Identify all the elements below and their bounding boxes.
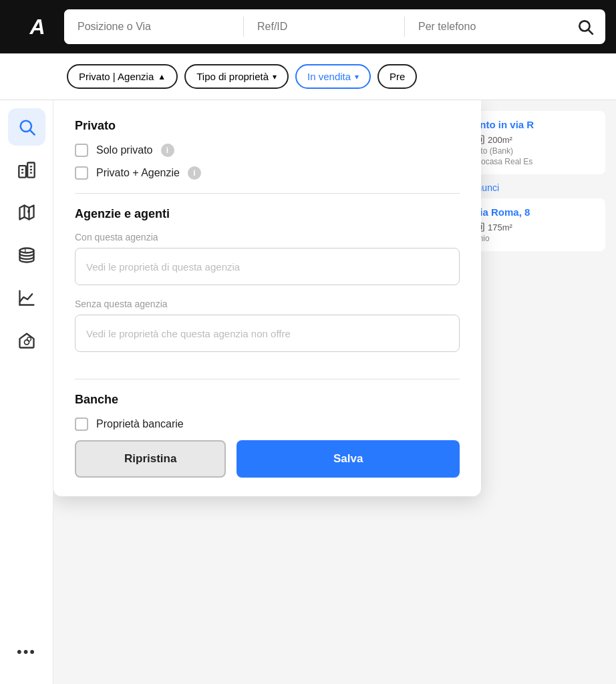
save-button[interactable]: Salva [237, 440, 460, 478]
privato-agenzie-checkbox[interactable] [75, 166, 88, 180]
analytics-icon [17, 289, 36, 307]
top-bar: A [0, 0, 616, 53]
tipo-proprieta-label: Tipo di proprietà [196, 71, 269, 82]
search-bar [64, 9, 605, 44]
con-agenzia-input[interactable] [75, 248, 460, 285]
in-vendita-button[interactable]: In vendita ▾ [295, 64, 371, 89]
search-icon [577, 18, 594, 35]
solo-privato-checkbox[interactable] [75, 144, 88, 157]
pre-label: Pre [390, 71, 405, 82]
content-area: Privato Solo privato i Privato + Agenzie… [53, 100, 616, 684]
sidebar-item-map[interactable] [8, 194, 45, 231]
search-button[interactable] [565, 18, 605, 35]
sidebar-item-pricing[interactable]: $ [8, 236, 45, 274]
listing-1-agency: mocasa Real Es [474, 157, 597, 166]
search-icon [17, 118, 36, 136]
filter-dropdown-panel: Privato Solo privato i Privato + Agenzie… [53, 100, 481, 496]
filter-bar: Privato | Agenzia ▲ Tipo di proprietà ▾ … [0, 53, 616, 100]
map-fire-icon [17, 203, 36, 222]
solo-privato-info-icon[interactable]: i [161, 144, 174, 157]
logo-area: A [11, 15, 64, 39]
sidebar-item-alerts[interactable] [8, 322, 45, 359]
listing-2-size: 175m² [474, 222, 597, 232]
privato-agenzia-label: Privato | Agenzia [79, 71, 154, 82]
chevron-up-icon: ▲ [158, 72, 166, 81]
senza-agenzia-label: Senza questa agenzia [75, 299, 460, 309]
sidebar-item-search[interactable] [8, 108, 45, 146]
divider-1 [75, 193, 460, 194]
listing-1-bank: bito (Bank) [474, 146, 597, 156]
listing-1-title: ento in via R [474, 119, 597, 130]
solo-privato-row: Solo privato i [75, 144, 460, 157]
solo-privato-label: Solo privato [96, 144, 153, 156]
privato-agenzie-info-icon[interactable]: i [188, 166, 201, 180]
sidebar-item-buildings[interactable] [8, 151, 45, 188]
action-row: Ripristina Salva [75, 440, 460, 478]
privato-agenzie-label: Privato + Agenzie [96, 167, 180, 179]
chevron-down-icon-2: ▾ [355, 72, 359, 81]
in-vendita-label: In vendita [307, 71, 351, 82]
sidebar-more-button[interactable]: ••• [8, 639, 45, 676]
divider-2 [75, 379, 460, 379]
more-dots-icon: ••• [17, 643, 36, 661]
svg-text:$: $ [24, 249, 26, 252]
listing-2-note: onio [474, 234, 597, 243]
con-agenzia-label: Con questa agenzia [75, 232, 460, 242]
svg-rect-4 [19, 166, 25, 177]
svg-line-3 [30, 130, 34, 134]
banche-section-title: Banche [75, 393, 460, 407]
agenzie-section-title: Agenzie e agenti [75, 207, 460, 221]
buildings-icon [17, 160, 36, 179]
senza-agenzia-input[interactable] [75, 315, 460, 352]
listings-count: annunci [466, 182, 605, 193]
sidebar: $ ••• [0, 100, 53, 684]
tipo-proprieta-button[interactable]: Tipo di proprietà ▾ [184, 64, 289, 89]
position-search-input[interactable] [64, 9, 243, 44]
proprieta-bancarie-checkbox[interactable] [75, 417, 88, 431]
proprieta-bancarie-row: Proprietà bancarie [75, 417, 460, 431]
svg-line-1 [589, 30, 593, 34]
alerts-icon [17, 331, 36, 350]
svg-point-11 [19, 248, 33, 253]
ref-search-input[interactable] [244, 9, 404, 44]
listing-1-size: 200m² [474, 134, 597, 145]
sidebar-item-analytics[interactable] [8, 279, 45, 317]
reset-button[interactable]: Ripristina [75, 440, 226, 478]
proprieta-bancarie-label: Proprietà bancarie [96, 418, 184, 430]
logo: A [29, 15, 45, 39]
listing-2-title: via Roma, 8 [474, 206, 597, 218]
chevron-down-icon: ▾ [273, 72, 277, 81]
privato-agenzia-button[interactable]: Privato | Agenzia ▲ [67, 64, 178, 89]
listing-1: ento in via R 200m² bito (Bank) mocasa R… [466, 111, 605, 174]
listing-2: via Roma, 8 175m² onio [466, 198, 605, 251]
pricing-icon: $ [17, 246, 36, 265]
pre-button[interactable]: Pre [377, 64, 417, 89]
phone-search-input[interactable] [405, 9, 565, 44]
privato-section-title: Privato [75, 119, 460, 133]
privato-agenzie-row: Privato + Agenzie i [75, 166, 460, 180]
main-layout: $ ••• Privato [0, 100, 616, 684]
